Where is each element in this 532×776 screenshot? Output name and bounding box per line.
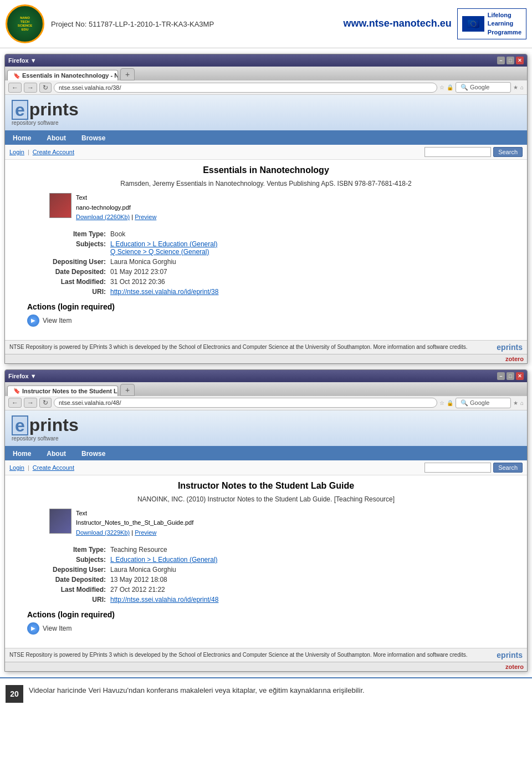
browser-addressbar-2: ← → ↻ ntse.ssei.valahia.ro/48/ ☆ 🔒 🔍 Goo… xyxy=(5,396,527,410)
browser-titlebar-1: Firefox ▼ – □ ✕ xyxy=(5,54,527,67)
depositing-value-1: Laura Monica Gorghiu xyxy=(110,258,176,266)
datedeposited-row-1: Date Deposited: 01 May 2012 23:07 xyxy=(27,267,505,277)
itemtype-value-1: Book xyxy=(110,230,125,238)
browser-window-1: Firefox ▼ – □ ✕ 🔖 Essentials in Nanotech… xyxy=(4,54,528,364)
search-button-1[interactable]: Search xyxy=(493,147,523,157)
view-item-button-2[interactable]: ▶ View Item xyxy=(27,622,505,635)
view-item-button-1[interactable]: ▶ View Item xyxy=(27,315,505,327)
star-icon-1: ☆ xyxy=(439,84,444,90)
login-link-2[interactable]: Login xyxy=(9,464,24,471)
eprints-site-1: e prints repository software Home About … xyxy=(5,95,527,363)
create-account-link-2[interactable]: Create Account xyxy=(33,464,74,471)
depositing-row-1: Depositing User: Laura Monica Gorghiu xyxy=(27,257,505,267)
eprints-logo-1: e prints xyxy=(12,99,520,120)
minimize-button-1[interactable]: – xyxy=(497,57,505,64)
address-bar-1[interactable]: ntse.ssei.valahia.ro/38/ xyxy=(54,83,437,93)
citation-1: Ramsden, Jeremy Essentials in Nanotechno… xyxy=(16,180,516,187)
nav-home-1[interactable]: Home xyxy=(5,131,39,145)
itemtype-label-1: Item Type: xyxy=(27,230,110,238)
maximize-button-1[interactable]: □ xyxy=(507,57,514,64)
file-thumbnail-1 xyxy=(49,193,71,218)
search-input-1[interactable] xyxy=(424,147,491,157)
new-tab-button-2[interactable]: + xyxy=(120,384,135,396)
eu-flag: 🇪🇺 xyxy=(462,16,484,32)
uri-label-2: URI: xyxy=(27,596,110,603)
itemtype-row-2: Item Type: Teaching Resource xyxy=(27,545,505,555)
lastmodified-value-2: 27 Oct 2012 21:22 xyxy=(110,586,165,594)
bookmark-icon-2: ★ xyxy=(513,400,518,406)
footer-eprints-logo-1: eprints xyxy=(497,343,523,352)
reload-button-2[interactable]: ↻ xyxy=(39,398,52,408)
lastmodified-value-1: 31 Oct 2012 20:36 xyxy=(110,278,165,286)
download-link-2[interactable]: Download (3229Kb) xyxy=(76,529,130,536)
tab-favicon-1: 🔖 xyxy=(13,73,20,79)
nav-about-2[interactable]: About xyxy=(39,447,74,460)
active-tab-1[interactable]: 🔖 Essentials in Nanotechnology - NTSE Re… xyxy=(7,70,118,80)
bookmark-icon-1: ★ xyxy=(513,84,518,90)
page-title-1: Essentials in Nanotechnology xyxy=(16,165,516,175)
login-link-1[interactable]: Login xyxy=(9,149,24,155)
address-bar-2[interactable]: ntse.ssei.valahia.ro/48/ xyxy=(54,398,437,408)
itemtype-label-2: Item Type: xyxy=(27,546,110,554)
minimize-button-2[interactable]: – xyxy=(497,372,505,380)
active-tab-2[interactable]: 🔖 Instructor Notes to the Student Lab Gu… xyxy=(7,386,118,396)
page-title-2: Instructor Notes to the Student Lab Guid… xyxy=(16,481,516,491)
file-links-1: Download (2260Kb) | Preview xyxy=(76,212,156,222)
forward-button-2[interactable]: → xyxy=(24,398,37,408)
preview-link-2[interactable]: Preview xyxy=(135,529,156,536)
uri-link-2[interactable]: http://ntse.ssei.valahia.ro/id/eprint/48 xyxy=(110,596,218,603)
new-tab-button-1[interactable]: + xyxy=(120,68,135,80)
back-button-1[interactable]: ← xyxy=(8,83,22,93)
eprints-logotext-2: prints xyxy=(29,415,79,435)
close-button-1[interactable]: ✕ xyxy=(516,57,524,64)
nav-browse-1[interactable]: Browse xyxy=(74,131,113,145)
lastmodified-label-1: Last Modified: xyxy=(27,278,110,286)
download-link-1[interactable]: Download (2260Kb) xyxy=(76,214,130,220)
lock-icon-1: 🔒 xyxy=(447,84,453,90)
file-block-1: Text nano-technology.pdf Download (2260K… xyxy=(49,193,516,222)
nav-browse-2[interactable]: Browse xyxy=(74,447,113,460)
website-url: www.ntse-nanotech.eu xyxy=(344,18,452,29)
forward-button-1[interactable]: → xyxy=(24,83,37,93)
nav-home-2[interactable]: Home xyxy=(5,447,39,460)
actions-section-1: Actions (login required) ▶ View Item xyxy=(27,302,505,327)
eprints-site-2: e prints repository software Home About … xyxy=(5,410,527,671)
file-info-1: Text nano-technology.pdf Download (2260K… xyxy=(76,193,156,222)
metadata-1: Item Type: Book Subjects: L Education > … xyxy=(27,229,505,297)
lifelong-text: Lifelong Learning Programme xyxy=(488,11,521,37)
subject2-link-1[interactable]: Q Science > Q Science (General) xyxy=(110,248,209,256)
page-number: 20 xyxy=(6,685,23,703)
file-block-2: Text Instructor_Notes_to_the_St_Lab_Guid… xyxy=(49,509,516,538)
eprints-toolbar-2: Login | Create Account Search xyxy=(5,460,527,475)
header-left: NANOTECHSCIENCEEDU Project No: 511787-LL… xyxy=(6,4,214,43)
reload-button-1[interactable]: ↻ xyxy=(39,83,52,93)
preview-link-1[interactable]: Preview xyxy=(135,214,156,220)
browser-window-2: Firefox ▼ – □ ✕ 🔖 Instructor Notes to th… xyxy=(4,369,528,672)
footer-text-2: NTSE Repository is powered by EPrints 3 … xyxy=(9,652,497,658)
nav-about-1[interactable]: About xyxy=(39,131,74,145)
browser-search-2[interactable]: 🔍 Google xyxy=(456,398,511,408)
lastmodified-row-2: Last Modified: 27 Oct 2012 21:22 xyxy=(27,585,505,595)
close-button-2[interactable]: ✕ xyxy=(516,372,524,380)
back-button-2[interactable]: ← xyxy=(8,398,22,408)
uri-link-1[interactable]: http://ntse.ssei.valahia.ro/id/eprint/38 xyxy=(110,288,218,296)
subjects-value-1: L Education > L Education (General) Q Sc… xyxy=(110,240,218,256)
create-account-link-1[interactable]: Create Account xyxy=(33,149,74,155)
home-icon-2: ⌂ xyxy=(520,400,524,406)
search-button-2[interactable]: Search xyxy=(493,463,523,473)
browser-footer-2: NTSE Repository is powered by EPrints 3 … xyxy=(5,648,527,662)
subject1-link-1[interactable]: L Education > L Education (General) xyxy=(110,240,218,248)
file-name-1: nano-technology.pdf xyxy=(76,203,156,213)
statusbar-1: zotero xyxy=(5,354,527,363)
lock-icon-2: 🔒 xyxy=(447,400,453,406)
browser-controls-1: – □ ✕ xyxy=(497,57,524,64)
actions-section-2: Actions (login required) ▶ View Item xyxy=(27,610,505,635)
nano-logo: NANOTECHSCIENCEEDU xyxy=(6,4,44,43)
browser-search-1[interactable]: 🔍 Google xyxy=(456,82,511,93)
maximize-button-2[interactable]: □ xyxy=(507,372,514,380)
search-input-2[interactable] xyxy=(424,463,491,473)
uri-row-1: URI: http://ntse.ssei.valahia.ro/id/epri… xyxy=(27,287,505,297)
itemtype-row-1: Item Type: Book xyxy=(27,229,505,239)
browser-tabs-1: 🔖 Essentials in Nanotechnology - NTSE Re… xyxy=(5,67,527,80)
subject1-link-2[interactable]: L Education > L Education (General) xyxy=(110,556,218,564)
